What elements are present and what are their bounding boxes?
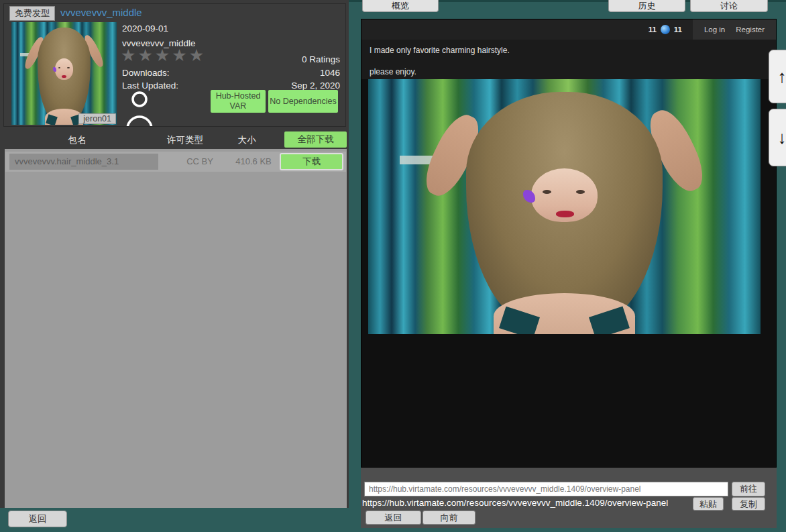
reaction-count-left: 11	[649, 25, 657, 34]
package-name-cell[interactable]: vvvevevvv.hair_middle_3.1	[9, 154, 158, 170]
browser-toolbar: 前往 https://hub.virtamate.com/resources/v…	[361, 468, 777, 528]
resource-info-card: 免费发型 vvvevevvv_middle jeron0	[3, 3, 346, 127]
post-body: I made only favorite charming hairstyle.…	[361, 40, 776, 79]
package-list: vvvevevvv.hair_middle_3.1 CC BY 410.6 KB…	[5, 149, 347, 508]
star-icon: ★	[121, 46, 137, 64]
download-all-button[interactable]: 全部下载	[284, 131, 347, 148]
thumbnail-image[interactable]: jeron01	[11, 22, 117, 125]
tab-history[interactable]: 历史	[608, 0, 685, 12]
person-icon	[125, 90, 154, 127]
scroll-up-button[interactable]: ↑	[769, 50, 786, 103]
ratings-count: 0 Ratings	[302, 54, 340, 64]
scroll-up-icon: ↑	[778, 66, 786, 87]
resource-date: 2020-09-01	[122, 23, 168, 34]
url-display: https://hub.virtamate.com/resources/vvve…	[362, 498, 668, 508]
tab-discussion[interactable]: 讨论	[690, 0, 768, 12]
star-icon: ★	[155, 46, 172, 64]
tab-overview[interactable]: 概览	[362, 0, 439, 12]
license-cell: CC BY	[176, 152, 223, 172]
star-icon: ★	[189, 46, 206, 64]
portrait-art	[368, 79, 761, 334]
header-size: 大小	[227, 134, 267, 146]
app-root: 免费发型 vvvevevvv_middle jeron0	[0, 0, 786, 532]
downloads-label: Downloads:	[122, 68, 170, 78]
webview-topbar: 11 11 Log in Register	[361, 19, 776, 40]
scroll-down-icon: ↓	[778, 127, 786, 148]
category-badge: 免费发型	[9, 6, 55, 21]
copy-button[interactable]: 复制	[732, 497, 765, 511]
no-dependencies-tag: No Dependencies	[268, 90, 338, 113]
author-label: jeron01	[78, 113, 116, 124]
header-license: 许可类型	[162, 134, 209, 146]
reaction-counts: 11 11	[649, 25, 682, 34]
register-link[interactable]: Register	[736, 25, 765, 34]
webview: 11 11 Log in Register I made only favori…	[361, 19, 777, 468]
browser-back-button[interactable]: 返回	[366, 511, 421, 525]
go-button[interactable]: 前往	[732, 482, 765, 496]
star-icon: ★	[137, 46, 154, 64]
resource-title[interactable]: vvvevevvv_middle	[60, 7, 142, 18]
download-button[interactable]: 下载	[280, 153, 343, 170]
last-updated-value: Sep 2, 2020	[291, 81, 340, 91]
table-row: vvvevevvv.hair_middle_3.1 CC BY 410.6 KB…	[5, 152, 346, 172]
auth-links: Log in Register	[693, 19, 776, 40]
hub-hosted-tag: Hub-Hosted VAR	[211, 90, 266, 113]
downloads-value: 1046	[320, 68, 340, 78]
portrait-art	[11, 22, 117, 125]
post-text: please enjoy.	[370, 67, 416, 76]
panel-back-button[interactable]: 返回	[8, 511, 67, 527]
scroll-down-button[interactable]: ↓	[769, 109, 786, 166]
last-updated-label: Last Updated:	[122, 81, 178, 91]
browser-forward-button[interactable]: 向前	[423, 511, 475, 525]
resource-image	[368, 79, 761, 334]
rating-stars: ★★★★★	[121, 46, 206, 65]
post-text: I made only favorite charming hairstyle.	[370, 46, 510, 55]
left-panel: 免费发型 vvvevevvv_middle jeron0	[0, 0, 349, 508]
url-input[interactable]	[364, 482, 728, 496]
size-cell: 410.6 KB	[227, 152, 280, 172]
star-icon: ★	[172, 46, 188, 64]
login-link[interactable]: Log in	[704, 25, 725, 34]
reaction-icon	[661, 25, 670, 34]
paste-button[interactable]: 粘贴	[693, 497, 724, 511]
header-package: 包名	[54, 134, 101, 146]
reaction-count-right: 11	[674, 25, 682, 34]
